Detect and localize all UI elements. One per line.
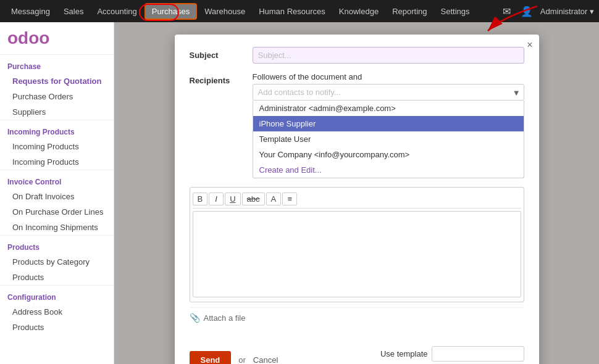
sidebar-section-config: Configuration Address Book Products <box>0 285 114 335</box>
nav-human-resources[interactable]: Human Resources <box>253 4 332 19</box>
modal-close-button[interactable]: × <box>527 39 532 51</box>
recipients-input[interactable] <box>253 84 524 101</box>
italic-button[interactable]: I <box>209 192 224 205</box>
dropdown-item-template-user[interactable]: Template User <box>253 131 524 147</box>
modal-body: Subject Recipients Followers of the docu… <box>175 35 539 340</box>
nav-warehouse[interactable]: Warehouse <box>198 4 251 19</box>
sidebar-item-products-by-category[interactable]: Products by Category <box>0 254 114 270</box>
sidebar-header-config: Configuration <box>0 288 114 304</box>
sidebar-item-incoming-products-1[interactable]: Incoming Products <box>0 139 114 154</box>
nav-knowledge[interactable]: Knowledge <box>333 4 385 19</box>
sidebar: odoo Purchase Requests for Quotation Pur… <box>0 22 114 364</box>
editor-toolbar: B I U abc A ≡ <box>193 190 521 209</box>
recipients-description: Followers of the document and <box>253 72 524 81</box>
message-textarea[interactable] <box>193 211 521 297</box>
top-navigation: Messaging Sales Accounting Purchases War… <box>0 0 599 22</box>
mail-icon[interactable]: ✉ <box>500 4 513 19</box>
paperclip-icon: 📎 <box>190 313 200 323</box>
dropdown-item-iphone-supplier[interactable]: iPhone Supplier <box>253 116 524 131</box>
admin-label[interactable]: Administrator ▾ <box>540 7 594 16</box>
compose-message-modal: × Subject Recipients Followers of the do… <box>175 35 539 364</box>
subject-row: Subject <box>190 47 524 64</box>
sidebar-header-purchase: Purchase <box>0 57 114 73</box>
recipients-input-wrapper: ▼ <box>253 84 524 101</box>
nav-sales[interactable]: Sales <box>57 4 90 19</box>
attach-label: Attach a file <box>204 313 246 323</box>
modal-footer: Send or Cancel Use template <box>175 340 539 364</box>
subject-input[interactable] <box>253 47 524 64</box>
sidebar-item-po-lines[interactable]: On Purchase Order Lines <box>0 204 114 220</box>
dropdown-item-create[interactable]: Create and Edit... <box>253 162 524 178</box>
nav-accounting[interactable]: Accounting <box>91 4 143 19</box>
sidebar-item-config-products[interactable]: Products <box>0 320 114 335</box>
send-button[interactable]: Send <box>190 351 232 365</box>
strikethrough-button[interactable]: abc <box>242 192 265 205</box>
attach-file-link[interactable]: 📎 Attach a file <box>190 313 524 323</box>
sidebar-section-purchase: Purchase Requests for Quotation Purchase… <box>0 54 114 120</box>
nav-purchases[interactable]: Purchases <box>145 3 197 20</box>
sidebar-item-suppliers[interactable]: Suppliers <box>0 104 114 120</box>
sidebar-item-purchase-orders[interactable]: Purchase Orders <box>0 89 114 104</box>
cancel-link[interactable]: Cancel <box>253 355 278 365</box>
template-label: Use template <box>380 349 428 358</box>
template-select[interactable] <box>432 346 524 362</box>
nav-right: ✉ 👤 Administrator ▾ <box>500 4 594 19</box>
subject-field <box>253 47 524 64</box>
sidebar-item-address-book[interactable]: Address Book <box>0 304 114 320</box>
sidebar-item-products[interactable]: Products <box>0 270 114 285</box>
underline-button[interactable]: U <box>225 192 240 205</box>
sidebar-item-incoming-shipments[interactable]: On Incoming Shipments <box>0 220 114 235</box>
recipients-field: Followers of the document and ▼ Administ… <box>253 72 524 178</box>
app-logo[interactable]: odoo <box>0 22 114 54</box>
dropdown-item-admin[interactable]: Administrator <admin@example.com> <box>253 101 524 116</box>
recipients-row: Recipients Followers of the document and… <box>190 72 524 178</box>
main-layout: odoo Purchase Requests for Quotation Pur… <box>0 22 599 364</box>
message-editor: B I U abc A ≡ <box>190 187 524 302</box>
content-area: × Subject Recipients Followers of the do… <box>114 22 599 364</box>
dropdown-item-your-company[interactable]: Your Company <info@yourcompany.com> <box>253 147 524 162</box>
sidebar-section-products: Products Products by Category Products <box>0 235 114 285</box>
sidebar-header-products: Products <box>0 238 114 254</box>
attach-area: 📎 Attach a file <box>190 307 524 328</box>
template-row: Use template <box>380 346 524 362</box>
nav-settings[interactable]: Settings <box>435 4 476 19</box>
template-section: Use template 💾 Save as new template <box>380 346 524 364</box>
sidebar-section-invoice: Invoice Control On Draft Invoices On Pur… <box>0 170 114 235</box>
sidebar-item-rfq[interactable]: Requests for Quotation <box>0 73 114 89</box>
or-text: or <box>238 355 246 365</box>
bold-button[interactable]: B <box>193 192 208 205</box>
user-avatar[interactable]: 👤 <box>518 4 535 19</box>
recipients-label: Recipients <box>190 72 245 85</box>
sidebar-header-incoming: Incoming Products <box>0 123 114 139</box>
sidebar-item-incoming-products-2[interactable]: Incoming Products <box>0 154 114 170</box>
nav-reporting[interactable]: Reporting <box>386 4 433 19</box>
color-button[interactable]: A <box>266 192 282 205</box>
sidebar-section-incoming: Incoming Products Incoming Products Inco… <box>0 120 114 170</box>
modal-overlay: × Subject Recipients Followers of the do… <box>114 22 599 364</box>
list-button[interactable]: ≡ <box>282 192 297 205</box>
sidebar-item-draft-invoices[interactable]: On Draft Invoices <box>0 189 114 204</box>
subject-label: Subject <box>190 47 245 60</box>
sidebar-header-invoice: Invoice Control <box>0 173 114 189</box>
recipients-dropdown: Administrator <admin@example.com> iPhone… <box>253 101 524 178</box>
nav-messaging[interactable]: Messaging <box>5 4 56 19</box>
